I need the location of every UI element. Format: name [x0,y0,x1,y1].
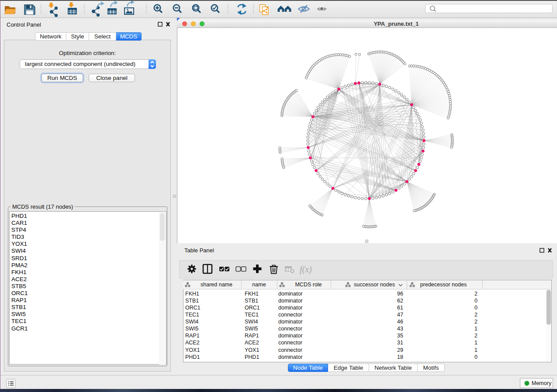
svg-text:f(x): f(x) [300,265,312,275]
